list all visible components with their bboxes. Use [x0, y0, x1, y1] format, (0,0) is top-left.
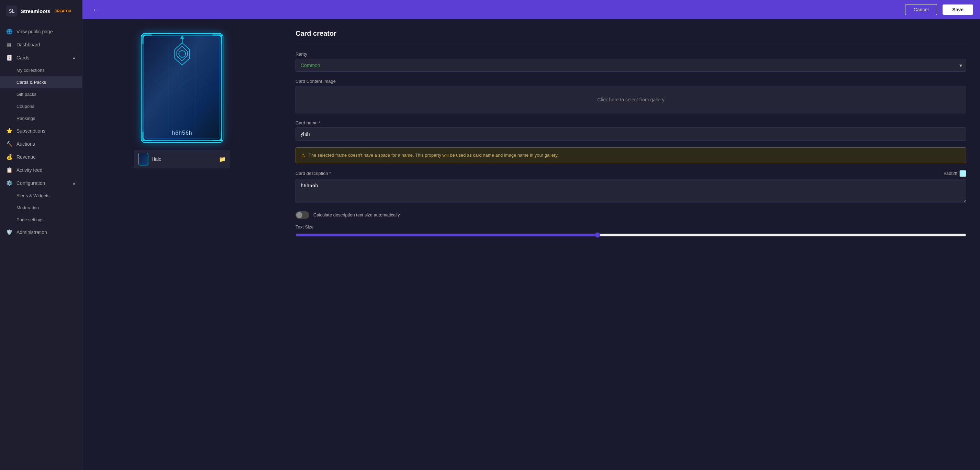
cards-expand-icon: ▲	[72, 56, 76, 60]
sidebar-item-configuration[interactable]: ⚙️ Configuration ▲	[0, 176, 82, 190]
text-size-slider-group: Text Size	[296, 224, 966, 239]
sidebar-item-rankings[interactable]: Rankings	[0, 112, 82, 124]
rarity-label: Rarity	[296, 52, 966, 57]
auto-text-size-toggle[interactable]	[296, 211, 309, 219]
save-button[interactable]: Save	[943, 5, 973, 15]
card-description-header: Card description * #abf2ff	[296, 170, 966, 177]
revenue-icon: 💰	[6, 154, 13, 160]
card-name-input[interactable]	[296, 127, 966, 141]
topbar: ← Cancel Save	[83, 0, 980, 19]
card-preview-name: h6h56h	[142, 130, 223, 136]
card-description-group: Card description * #abf2ff h6h56h	[296, 170, 966, 205]
logo-area: SL Streamloots CREATOR	[0, 0, 82, 22]
logo-icon: SL	[6, 5, 17, 16]
sidebar-item-label-revenue: Revenue	[16, 154, 36, 160]
color-hex-text: #abf2ff	[943, 171, 957, 176]
sidebar-item-cards[interactable]: 🃏 Cards ▲	[0, 51, 82, 64]
warning-icon: ⚠	[301, 152, 305, 159]
sidebar-item-coupons[interactable]: Coupons	[0, 100, 82, 112]
sidebar-item-label-dashboard: Dashboard	[16, 42, 40, 48]
sidebar-item-gift-packs[interactable]: Gift packs	[0, 88, 82, 100]
sidebar: SL Streamloots CREATOR 🌐 View public pag…	[0, 0, 83, 470]
back-button[interactable]: ←	[89, 5, 102, 15]
card-name-label: Card name *	[296, 120, 966, 125]
sidebar-item-administration[interactable]: 🛡️ Administration	[0, 226, 82, 239]
cards-icon: 🃏	[6, 55, 13, 61]
sidebar-item-page-settings[interactable]: Page settings	[0, 214, 82, 226]
auctions-icon: 🔨	[6, 141, 13, 147]
sidebar-item-label-page-settings: Page settings	[16, 217, 44, 222]
auto-text-size-toggle-row: Calculate description text size automati…	[296, 211, 966, 219]
rarity-group: Rarity Common Rare Epic Legendary	[296, 52, 966, 72]
sidebar-item-label-alerts-widgets: Alerts & Widgets	[16, 193, 49, 198]
sidebar-item-label-cards: Cards	[16, 55, 29, 60]
preview-panel: h6h56h Halo 📁	[83, 19, 282, 470]
sidebar-item-label-administration: Administration	[16, 230, 47, 235]
color-preview[interactable]: #abf2ff	[943, 170, 966, 177]
cancel-button[interactable]: Cancel	[905, 4, 937, 15]
sidebar-item-subscriptions[interactable]: ⭐ Subscriptions	[0, 124, 82, 137]
rarity-select-wrapper[interactable]: Common Rare Epic Legendary	[296, 59, 966, 72]
auto-text-size-label: Calculate description text size automati…	[313, 212, 399, 218]
content-area: h6h56h Halo 📁 Card creator Rarity Common…	[83, 19, 980, 470]
sidebar-item-label-moderation: Moderation	[16, 205, 39, 210]
color-swatch[interactable]	[959, 170, 966, 177]
sidebar-item-label-gift-packs: Gift packs	[16, 92, 37, 97]
sidebar-item-cards-packs[interactable]: Cards & Packs	[0, 76, 82, 88]
sidebar-nav: 🌐 View public page ▦ Dashboard 🃏 Cards ▲…	[0, 22, 82, 470]
app-badge: CREATOR	[55, 9, 72, 13]
sidebar-item-alerts-widgets[interactable]: Alerts & Widgets	[0, 190, 82, 202]
administration-icon: 🛡️	[6, 229, 13, 235]
sidebar-item-label-configuration: Configuration	[16, 180, 45, 186]
sidebar-item-activity-feed[interactable]: 📋 Activity feed	[0, 164, 82, 176]
text-size-label: Text Size	[296, 224, 966, 230]
rarity-select[interactable]: Common Rare Epic Legendary	[296, 59, 966, 72]
sidebar-item-label-view-public: View public page	[16, 29, 53, 34]
image-upload-placeholder: Click here to select from gallery	[597, 97, 664, 102]
toggle-knob	[296, 212, 302, 218]
sidebar-item-moderation[interactable]: Moderation	[0, 202, 82, 214]
warning-text: The selected frame doesn't have a space …	[309, 152, 559, 159]
sidebar-item-view-public[interactable]: 🌐 View public page	[0, 25, 82, 38]
main-area: ← Cancel Save	[83, 0, 980, 470]
card-image-group: Card Content Image Click here to select …	[296, 79, 966, 113]
dashboard-icon: ▦	[6, 41, 13, 48]
sidebar-item-label-rankings: Rankings	[16, 116, 35, 121]
sidebar-item-my-collections[interactable]: My collections	[0, 64, 82, 76]
activity-feed-icon: 📋	[6, 167, 13, 173]
frame-label: Halo	[151, 156, 215, 162]
card-image-label: Card Content Image	[296, 79, 966, 84]
configuration-icon: ⚙️	[6, 180, 13, 186]
sidebar-item-label-cards-packs: Cards & Packs	[16, 80, 46, 85]
frame-thumbnail	[138, 153, 148, 165]
subscriptions-icon: ⭐	[6, 128, 13, 134]
card-description-textarea[interactable]: h6h56h	[296, 179, 966, 203]
sidebar-item-dashboard[interactable]: ▦ Dashboard	[0, 38, 82, 51]
sidebar-item-revenue[interactable]: 💰 Revenue	[0, 151, 82, 164]
card-description-label: Card description *	[296, 171, 331, 176]
sidebar-item-auctions[interactable]: 🔨 Auctions	[0, 137, 82, 151]
image-upload-area[interactable]: Click here to select from gallery	[296, 86, 966, 113]
card-preview: h6h56h	[141, 33, 223, 143]
sidebar-item-label-coupons: Coupons	[16, 104, 34, 109]
app-name: Streamloots	[21, 8, 51, 14]
sidebar-item-label-activity-feed: Activity feed	[16, 167, 42, 173]
sidebar-item-label-subscriptions: Subscriptions	[16, 128, 45, 133]
sidebar-item-label-auctions: Auctions	[16, 141, 35, 147]
text-size-slider[interactable]	[296, 232, 966, 238]
form-title: Card creator	[296, 30, 966, 43]
form-panel: Card creator Rarity Common Rare Epic Leg…	[282, 19, 980, 470]
view-public-icon: 🌐	[6, 29, 13, 35]
frame-selector[interactable]: Halo 📁	[134, 150, 230, 168]
sidebar-item-label-my-collections: My collections	[16, 68, 45, 73]
configuration-expand-icon: ▲	[72, 181, 76, 185]
warning-box: ⚠ The selected frame doesn't have a spac…	[296, 148, 966, 163]
folder-icon: 📁	[219, 156, 226, 162]
card-name-group: Card name *	[296, 120, 966, 141]
